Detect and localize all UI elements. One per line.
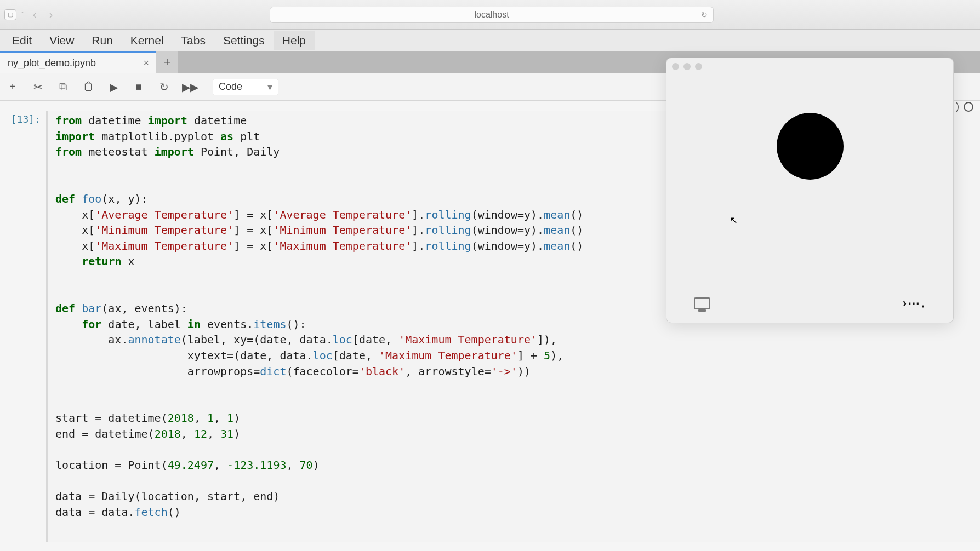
paste-button[interactable]: 📋︎ xyxy=(81,81,95,93)
signal-dots-icon[interactable]: ›⋯․ xyxy=(903,296,926,311)
nav-back-button[interactable]: ‹ xyxy=(29,8,41,21)
tab-close-icon[interactable]: × xyxy=(143,58,149,69)
sidebar-toggle-button[interactable]: ▢ xyxy=(4,9,16,20)
menu-settings[interactable]: Settings xyxy=(214,31,274,50)
overlay-dock: ›⋯․ xyxy=(666,296,953,311)
mouse-cursor-icon: ↖ xyxy=(730,214,738,226)
address-text: localhost xyxy=(474,10,509,20)
cut-button[interactable]: ✂ xyxy=(31,81,45,94)
dropdown-chevron-icon[interactable]: ˅ xyxy=(21,11,24,19)
overlay-titlebar[interactable] xyxy=(666,58,953,74)
kernel-status: ) xyxy=(956,101,973,112)
browser-toolbar: ▢ ˅ ‹ › localhost ↻ xyxy=(0,0,980,30)
nav-forward-button[interactable]: › xyxy=(45,8,57,21)
traffic-light-minimize-icon[interactable] xyxy=(683,63,691,70)
kernel-status-text: ) xyxy=(956,101,959,112)
add-cell-button[interactable]: + xyxy=(5,81,20,93)
cell-type-label: Code xyxy=(219,81,242,93)
menu-run[interactable]: Run xyxy=(83,31,122,50)
menu-tabs[interactable]: Tabs xyxy=(173,31,214,50)
traffic-light-close-icon[interactable] xyxy=(672,63,679,70)
overlay-content: ↖ ›⋯․ xyxy=(666,74,953,323)
overlay-window[interactable]: ↖ ›⋯․ xyxy=(666,58,954,323)
cell-type-select[interactable]: Code xyxy=(213,79,278,95)
address-bar[interactable]: localhost ↻ xyxy=(270,7,714,23)
menu-edit[interactable]: Edit xyxy=(3,31,41,50)
menu-kernel[interactable]: Kernel xyxy=(122,31,173,50)
record-indicator-icon xyxy=(777,113,844,180)
reload-icon[interactable]: ↻ xyxy=(701,10,708,19)
display-icon[interactable] xyxy=(694,297,710,309)
stop-button[interactable]: ■ xyxy=(132,81,146,93)
notebook-tab[interactable]: ny_plot_demo.ipynb × xyxy=(0,51,156,73)
cell-prompt: [13]: xyxy=(0,111,46,127)
app-menubar: Edit View Run Kernel Tabs Settings Help xyxy=(0,30,980,51)
kernel-idle-icon[interactable] xyxy=(964,102,973,112)
copy-button[interactable]: ⧉ xyxy=(56,81,70,93)
new-tab-button[interactable]: + xyxy=(156,51,178,73)
traffic-light-zoom-icon[interactable] xyxy=(695,63,702,70)
menu-help[interactable]: Help xyxy=(274,31,315,50)
run-button[interactable]: ▶ xyxy=(106,81,121,94)
menu-view[interactable]: View xyxy=(41,31,83,50)
restart-button[interactable]: ↻ xyxy=(157,81,171,94)
tab-title: ny_plot_demo.ipynb xyxy=(8,58,96,69)
run-all-button[interactable]: ▶▶ xyxy=(182,81,196,94)
